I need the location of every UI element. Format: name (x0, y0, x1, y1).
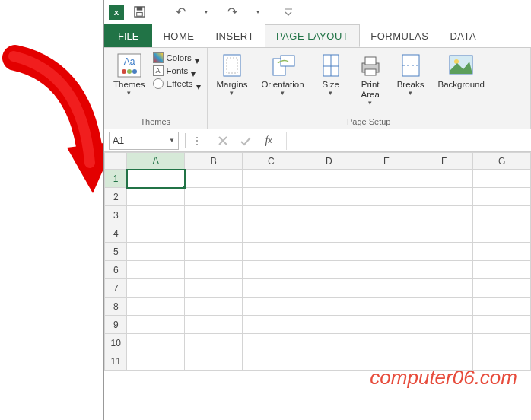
background-button[interactable]: Background (434, 51, 487, 91)
orientation-button[interactable]: Orientation ▾ (258, 51, 307, 98)
cell[interactable] (358, 243, 415, 261)
cell[interactable] (127, 298, 185, 316)
cell[interactable] (473, 243, 531, 261)
fonts-button[interactable]: A Fonts ▾ (153, 65, 201, 76)
select-all-corner[interactable] (105, 153, 127, 170)
cell[interactable] (473, 334, 531, 352)
cell[interactable] (243, 316, 300, 334)
cell[interactable] (415, 261, 473, 279)
cell[interactable] (473, 316, 531, 334)
cell[interactable] (415, 243, 473, 261)
cell[interactable] (415, 279, 473, 298)
qat-customize-dropdown[interactable] (281, 5, 296, 20)
cell[interactable] (127, 261, 185, 279)
cell[interactable] (300, 170, 358, 188)
themes-button[interactable]: Aa Themes ▾ (110, 51, 148, 98)
column-header[interactable]: G (473, 153, 531, 170)
cell[interactable] (300, 316, 358, 334)
column-header[interactable]: D (300, 153, 358, 170)
row-header[interactable]: 6 (105, 261, 127, 279)
cell[interactable] (185, 279, 243, 298)
print-area-button[interactable]: Print Area ▾ (355, 51, 386, 108)
cell[interactable] (300, 352, 358, 371)
cell[interactable] (185, 352, 243, 371)
cell[interactable] (127, 243, 185, 261)
row-header[interactable]: 2 (105, 188, 127, 206)
cell[interactable] (127, 170, 185, 188)
save-icon[interactable] (132, 5, 147, 20)
cell[interactable] (127, 279, 185, 298)
cell[interactable] (415, 206, 473, 224)
cell[interactable] (473, 279, 531, 298)
row-header[interactable]: 11 (105, 352, 127, 371)
row-header[interactable]: 7 (105, 279, 127, 298)
cell[interactable] (300, 279, 358, 298)
column-header[interactable]: B (185, 153, 243, 170)
cell[interactable] (243, 206, 300, 224)
cell[interactable] (358, 316, 415, 334)
row-header[interactable]: 9 (105, 316, 127, 334)
cell[interactable] (473, 298, 531, 316)
column-header[interactable]: F (415, 153, 473, 170)
cell[interactable] (415, 298, 473, 316)
cell[interactable] (300, 298, 358, 316)
cell[interactable] (185, 188, 243, 206)
cell[interactable] (243, 334, 300, 352)
cell[interactable] (127, 352, 185, 371)
row-header[interactable]: 10 (105, 334, 127, 352)
cell[interactable] (127, 316, 185, 334)
tab-page-layout[interactable]: PAGE LAYOUT (265, 24, 360, 47)
cell[interactable] (473, 224, 531, 243)
cell[interactable] (300, 206, 358, 224)
cell[interactable] (243, 298, 300, 316)
row-header[interactable]: 3 (105, 206, 127, 224)
cell[interactable] (300, 224, 358, 243)
cell[interactable] (473, 261, 531, 279)
cell[interactable] (415, 188, 473, 206)
cell[interactable] (243, 243, 300, 261)
tab-data[interactable]: DATA (439, 24, 487, 47)
cell[interactable] (185, 316, 243, 334)
cancel-formula-button[interactable] (216, 134, 230, 148)
cell[interactable] (415, 316, 473, 334)
undo-button[interactable]: ↶ (173, 5, 188, 20)
row-header[interactable]: 5 (105, 243, 127, 261)
tab-insert[interactable]: INSERT (205, 24, 264, 47)
cell[interactable] (473, 188, 531, 206)
column-header[interactable]: E (358, 153, 415, 170)
row-header[interactable]: 4 (105, 224, 127, 243)
cell[interactable] (127, 334, 185, 352)
cell[interactable] (243, 188, 300, 206)
row-header[interactable]: 1 (105, 170, 127, 188)
tab-home[interactable]: HOME (152, 24, 205, 47)
row-header[interactable]: 8 (105, 298, 127, 316)
cell[interactable] (358, 170, 415, 188)
insert-function-button[interactable]: fx (262, 134, 275, 148)
colors-button[interactable]: Colors ▾ (153, 52, 201, 63)
cell[interactable] (185, 298, 243, 316)
cell[interactable] (300, 243, 358, 261)
effects-button[interactable]: Effects ▾ (153, 78, 201, 89)
tab-formulas[interactable]: FORMULAS (360, 24, 439, 47)
formula-bar[interactable] (286, 132, 531, 150)
size-button[interactable]: Size ▾ (315, 51, 347, 98)
undo-dropdown[interactable]: ▾ (199, 5, 214, 20)
cell[interactable] (185, 224, 243, 243)
name-box[interactable]: A1 ▼ (109, 132, 179, 150)
cell[interactable] (300, 261, 358, 279)
cell[interactable] (185, 243, 243, 261)
breaks-button[interactable]: Breaks ▾ (394, 51, 428, 98)
margins-button[interactable]: Margins ▾ (214, 51, 251, 98)
cell[interactable] (127, 206, 185, 224)
cell[interactable] (358, 279, 415, 298)
redo-button[interactable]: ↷ (224, 5, 240, 20)
cell[interactable] (243, 261, 300, 279)
cell[interactable] (185, 334, 243, 352)
cell[interactable] (358, 334, 415, 352)
cell[interactable] (243, 170, 300, 188)
cell[interactable] (243, 352, 300, 371)
cell[interactable] (185, 170, 243, 188)
cell[interactable] (127, 188, 185, 206)
cell[interactable] (243, 224, 300, 243)
cell[interactable] (473, 206, 531, 224)
